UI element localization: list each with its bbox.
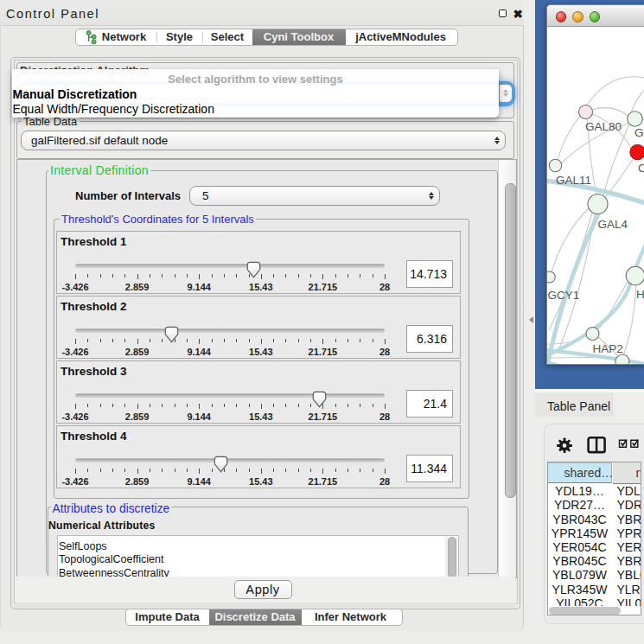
svg-text:HAP2: HAP2 xyxy=(593,342,623,355)
svg-text:GCY1: GCY1 xyxy=(548,289,580,302)
svg-text:GAL80: GAL80 xyxy=(585,120,622,133)
svg-text:GAL11: GAL11 xyxy=(556,174,591,187)
svg-text:H: H xyxy=(636,288,644,301)
svg-text:GA: GA xyxy=(634,126,644,139)
svg-text:GAL4: GAL4 xyxy=(598,218,628,231)
svg-text:C: C xyxy=(638,162,644,175)
